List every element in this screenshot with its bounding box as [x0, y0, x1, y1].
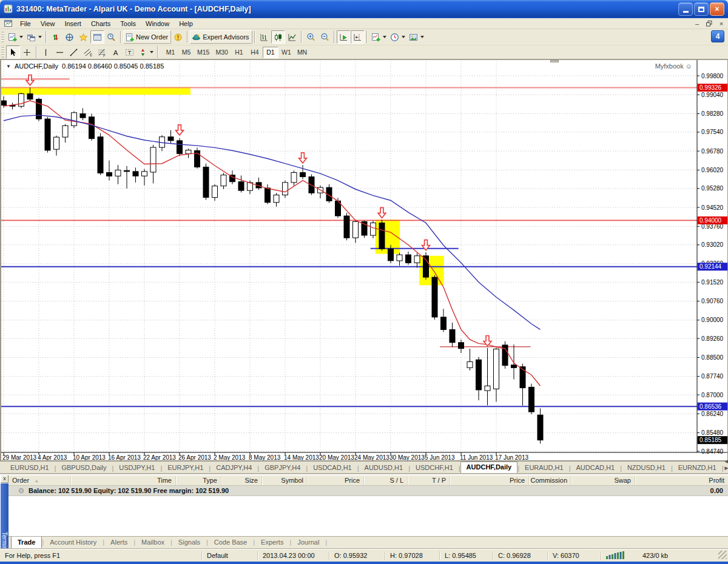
column-header-profit[interactable]: Profit [635, 476, 728, 485]
hline-button[interactable] [53, 45, 67, 59]
chart-tab-euraud-h1[interactable]: EURAUD,H1 [519, 463, 569, 473]
chart-tab-audusd-h1[interactable]: AUDUSD,H1 [359, 463, 409, 473]
indicators-button[interactable] [369, 30, 388, 44]
trendline-button[interactable] [67, 45, 81, 59]
expert-advisors-button[interactable]: Expert Advisors [190, 30, 252, 44]
crosshair-button[interactable] [20, 45, 34, 59]
timeframe-button-m5[interactable]: M5 [178, 47, 194, 58]
chart-tab-cadjpy-h4[interactable]: CADJPY,H4 [211, 463, 257, 473]
menu-item-window[interactable]: Window [141, 19, 174, 29]
resize-grip[interactable] [718, 551, 727, 559]
strategy-tester-button[interactable] [104, 30, 118, 44]
menu-item-file[interactable]: File [15, 19, 36, 29]
line-chart-button[interactable] [285, 30, 299, 44]
new-chart-button[interactable] [6, 30, 25, 44]
window-splitter-grip[interactable] [550, 60, 559, 62]
data-window-button[interactable] [62, 30, 76, 44]
minimize-button[interactable] [678, 2, 693, 16]
shapes-button[interactable] [136, 45, 155, 59]
auto-scroll-button[interactable] [337, 30, 351, 44]
chart-window[interactable]: 0.998000.990400.982800.975400.967800.960… [0, 59, 728, 461]
chart-shift-button[interactable] [351, 30, 365, 44]
balance-row[interactable]: Balance: 102 519.90 Equity: 102 519.90 F… [8, 486, 728, 496]
terminal-tab-trade[interactable]: Trade [11, 537, 42, 549]
text-button[interactable]: A [109, 45, 123, 59]
channel-button[interactable]: E [81, 45, 95, 59]
timeframe-button-m30[interactable]: M30 [212, 47, 231, 58]
column-header-size[interactable]: Size [221, 476, 262, 485]
column-header-type[interactable]: Type [176, 476, 221, 485]
terminal-caption-strip[interactable]: Terminal [1, 483, 8, 549]
close-button[interactable]: × [710, 2, 724, 16]
terminal-tab-journal[interactable]: Journal [291, 537, 325, 548]
help-chat-icon[interactable]: 4 [711, 30, 724, 42]
child-restore-button[interactable] [704, 19, 715, 28]
toolbar-grip[interactable] [1, 32, 4, 42]
maximize-button[interactable] [694, 2, 709, 16]
column-header-price[interactable]: Price [450, 476, 529, 485]
menu-item-charts[interactable]: Charts [86, 19, 115, 29]
fibonacci-button[interactable]: F [95, 45, 109, 59]
bar-chart-button[interactable] [257, 30, 271, 44]
collapse-arrow-icon[interactable]: ▼ [6, 64, 11, 69]
chart-tab-nzdusd-h1[interactable]: NZDUSD,H1 [622, 463, 671, 473]
column-header-symbol[interactable]: Symbol [262, 476, 308, 485]
chart-tab-gbpusd-daily[interactable]: GBPUSD,Daily [56, 463, 112, 473]
new-order-button[interactable]: New Order [123, 30, 171, 44]
column-header-time[interactable]: Time [71, 476, 176, 485]
market-watch-button[interactable] [49, 30, 62, 44]
terminal-tab-account-history[interactable]: Account History [44, 537, 103, 548]
menu-item-help[interactable]: Help [174, 19, 198, 29]
timeframe-button-mn[interactable]: MN [294, 47, 310, 58]
menu-item-insert[interactable]: Insert [59, 19, 86, 29]
menu-item-view[interactable]: View [36, 19, 60, 29]
zoom-in-button[interactable] [304, 30, 318, 44]
metaeditor-button[interactable] [171, 30, 185, 44]
menu-item-tools[interactable]: Tools [115, 19, 141, 29]
templates-button[interactable] [407, 30, 426, 44]
column-header-swap[interactable]: Swap [571, 476, 635, 485]
column-header-price[interactable]: Price [308, 476, 364, 485]
cursor-button[interactable] [6, 45, 20, 59]
chart-tab-audchf-daily[interactable]: AUDCHF,Daily [460, 462, 518, 473]
terminal-tab-signals[interactable]: Signals [172, 537, 206, 548]
chart-tab-usdchf-h1[interactable]: USDCHF,H1 [410, 463, 459, 473]
terminal-tab-mailbox[interactable]: Mailbox [135, 537, 170, 548]
column-header-t-p[interactable]: T / P [408, 476, 450, 485]
chart-tab-eurjpy-h1[interactable]: EURJPY,H1 [162, 463, 209, 473]
chart-window-icon[interactable] [4, 19, 13, 28]
status-help: For Help, press F1 [0, 551, 201, 560]
text-label-button[interactable]: T [123, 45, 136, 59]
chart-tab-gbpjpy-h4[interactable]: GBPJPY,H4 [259, 463, 306, 473]
vline-button[interactable] [39, 45, 53, 59]
zoom-out-button[interactable] [318, 30, 332, 44]
column-header-s-l[interactable]: S / L [364, 476, 408, 485]
terminal-button[interactable] [90, 30, 104, 44]
navigator-button[interactable] [76, 30, 90, 44]
child-minimize-button[interactable]: – [692, 19, 703, 28]
terminal-tab-experts[interactable]: Experts [255, 537, 289, 548]
timeframe-button-h4[interactable]: H4 [247, 47, 263, 58]
chart-tab-usdjpy-h1[interactable]: USDJPY,H1 [113, 463, 160, 473]
periods-button[interactable] [388, 30, 407, 44]
timeframe-button-h1[interactable]: H1 [231, 47, 247, 58]
terminal-close-icon[interactable]: x [1, 475, 8, 483]
chart-tab-eurnzd-h1[interactable]: EURNZD,H1 [673, 463, 722, 473]
terminal-tab-code-base[interactable]: Code Base [208, 537, 253, 548]
profiles-button[interactable] [25, 30, 44, 44]
timeframe-button-d1[interactable]: D1 [263, 47, 278, 58]
tab-scroll-arrows[interactable]: ◄ ► [724, 458, 728, 473]
orders-column-header[interactable]: Order▵TimeTypeSizeSymbolPriceS / LT / PP… [8, 475, 728, 486]
timeframe-button-m15[interactable]: M15 [194, 47, 212, 58]
chart-tab-audcad-h1[interactable]: AUDCAD,H1 [570, 463, 620, 473]
column-header-commission[interactable]: Commission [529, 476, 571, 485]
to_ olbar-grip2[interactable] [1, 47, 4, 58]
timeframe-button-m1[interactable]: M1 [163, 47, 178, 58]
column-header-order[interactable]: Order▵ [8, 476, 71, 485]
child-close-button[interactable]: × [716, 19, 727, 28]
chart-tab-eurusd-h1[interactable]: EURUSD,H1 [5, 463, 55, 473]
timeframe-button-w1[interactable]: W1 [278, 47, 294, 58]
terminal-tab-alerts[interactable]: Alerts [104, 537, 133, 548]
chart-tab-usdcad-h1[interactable]: USDCAD,H1 [308, 463, 357, 473]
candlestick-button[interactable] [271, 30, 285, 44]
